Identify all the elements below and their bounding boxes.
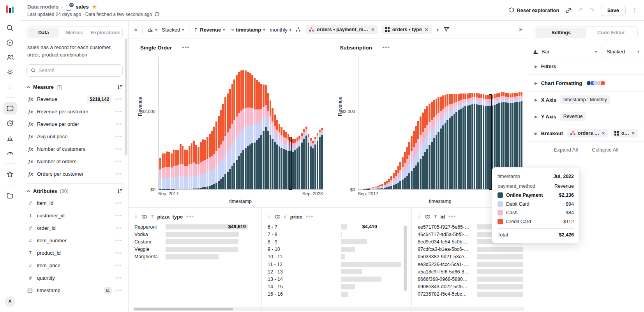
bar[interactable] bbox=[220, 110, 222, 189]
bar[interactable] bbox=[177, 150, 179, 189]
bar[interactable] bbox=[386, 181, 388, 190]
bar[interactable] bbox=[487, 95, 489, 189]
bar[interactable] bbox=[413, 131, 415, 189]
bar[interactable] bbox=[245, 71, 247, 189]
bar[interactable] bbox=[370, 188, 372, 189]
attributes-section-header[interactable]: Attributes (30) bbox=[26, 185, 123, 197]
table-row[interactable]: Veggie bbox=[134, 246, 261, 253]
bar[interactable] bbox=[469, 93, 471, 189]
bar[interactable] bbox=[283, 130, 285, 189]
bar[interactable] bbox=[175, 150, 177, 189]
bar[interactable] bbox=[168, 152, 170, 189]
workbook-icon[interactable] bbox=[4, 102, 17, 115]
measure-row[interactable]: ƒxAvg unit price••• bbox=[26, 130, 123, 143]
table-row[interactable]: Vodka bbox=[134, 231, 261, 238]
bar[interactable] bbox=[198, 147, 199, 189]
row-menu-icon[interactable]: ••• bbox=[115, 250, 122, 256]
row-menu-icon[interactable]: ••• bbox=[115, 134, 122, 139]
table-row[interactable]: 14 - 15 bbox=[268, 283, 411, 291]
bar[interactable] bbox=[240, 71, 242, 189]
sidebar-tab-metrics[interactable]: Metrics bbox=[59, 28, 90, 38]
bar[interactable] bbox=[411, 136, 413, 189]
bar[interactable] bbox=[446, 94, 448, 189]
bar[interactable] bbox=[292, 139, 294, 189]
attribute-row[interactable]: #item_number••• bbox=[26, 234, 123, 247]
row-menu-icon[interactable]: ••• bbox=[115, 275, 122, 281]
reset-exploration-button[interactable]: Reset exploration bbox=[509, 7, 559, 13]
bar[interactable] bbox=[298, 136, 300, 189]
pie-chart-icon[interactable] bbox=[4, 117, 17, 129]
bar[interactable] bbox=[375, 187, 377, 189]
breakout-pill[interactable]: orders …✕ bbox=[567, 129, 608, 137]
table-row[interactable]: 9 - 10 bbox=[268, 246, 411, 253]
sidebar-tab-explorations[interactable]: Explorations bbox=[90, 28, 121, 38]
bar[interactable] bbox=[402, 157, 404, 189]
bar[interactable] bbox=[415, 126, 417, 189]
axis-badge-icon[interactable] bbox=[104, 287, 112, 294]
bar[interactable] bbox=[279, 124, 281, 189]
bar[interactable] bbox=[442, 95, 444, 189]
section-x-axis[interactable]: ▶X Axis timestamp : Monthly bbox=[528, 92, 644, 108]
bar[interactable] bbox=[438, 97, 439, 189]
bar[interactable] bbox=[236, 75, 238, 189]
bar[interactable] bbox=[260, 84, 262, 189]
bar[interactable] bbox=[233, 79, 235, 189]
user-avatar[interactable]: A bbox=[5, 296, 15, 307]
sort-icon[interactable] bbox=[117, 85, 123, 90]
chart-type-select[interactable]: Bar ▾ bbox=[528, 45, 602, 58]
table-row[interactable]: b908e843-d022-5cf5… bbox=[418, 283, 528, 291]
bar[interactable] bbox=[424, 109, 426, 189]
bar[interactable] bbox=[276, 120, 278, 189]
bar[interactable] bbox=[417, 121, 419, 189]
bar[interactable] bbox=[483, 94, 485, 189]
bar[interactable] bbox=[251, 75, 253, 189]
row-menu-icon[interactable]: ••• bbox=[115, 225, 122, 231]
gauge-icon[interactable] bbox=[4, 146, 17, 159]
sort-field-button[interactable]: ↑Revenue▾ bbox=[194, 27, 225, 33]
bar[interactable] bbox=[256, 80, 258, 189]
panel-tab-settings[interactable]: Settings bbox=[536, 28, 586, 38]
search-input[interactable] bbox=[39, 67, 118, 73]
x-axis-pill[interactable]: timestamp : Monthly bbox=[560, 95, 610, 104]
bar[interactable] bbox=[193, 141, 195, 189]
bar[interactable] bbox=[171, 153, 173, 190]
bar[interactable] bbox=[247, 72, 249, 189]
bar[interactable] bbox=[224, 97, 226, 189]
row-menu-icon[interactable]: ••• bbox=[115, 159, 122, 164]
bar[interactable] bbox=[440, 97, 442, 189]
attribute-row[interactable]: Tcustomer_id••• bbox=[26, 210, 123, 222]
bar[interactable] bbox=[305, 127, 307, 189]
bar[interactable] bbox=[189, 146, 191, 189]
settings-gear-icon[interactable] bbox=[4, 66, 17, 78]
bar[interactable] bbox=[263, 85, 265, 189]
bar[interactable] bbox=[478, 93, 480, 189]
row-menu-icon[interactable]: ••• bbox=[115, 171, 122, 177]
table-row[interactable]: 11 - 12 bbox=[268, 261, 411, 268]
bar[interactable] bbox=[308, 134, 310, 189]
remove-pill-icon[interactable]: ✕ bbox=[602, 131, 605, 136]
bar[interactable] bbox=[368, 188, 370, 189]
bar[interactable] bbox=[317, 133, 319, 189]
section-filters[interactable]: ▶Filters bbox=[528, 58, 644, 75]
bar[interactable] bbox=[363, 189, 365, 189]
measure-row[interactable]: ƒxNumber of customers••• bbox=[26, 143, 123, 155]
measure-row[interactable]: ƒxOrders per customer••• bbox=[26, 168, 123, 180]
bar[interactable] bbox=[267, 93, 269, 189]
bar[interactable] bbox=[393, 173, 395, 189]
bar[interactable] bbox=[408, 142, 410, 190]
table-row[interactable]: 15 - 16 bbox=[268, 291, 411, 298]
drag-handle-icon[interactable]: ⠿ bbox=[268, 214, 271, 219]
bar[interactable] bbox=[258, 82, 260, 189]
bar[interactable] bbox=[222, 104, 224, 189]
bar[interactable] bbox=[209, 134, 211, 189]
collapse-chevron-icon[interactable] bbox=[26, 190, 30, 192]
bar[interactable] bbox=[390, 176, 392, 189]
bar[interactable] bbox=[166, 152, 168, 189]
bar[interactable] bbox=[191, 143, 193, 189]
bar[interactable] bbox=[159, 158, 161, 189]
bar[interactable] bbox=[422, 113, 424, 190]
bar[interactable] bbox=[467, 93, 469, 190]
bar[interactable] bbox=[303, 129, 305, 189]
bar[interactable] bbox=[436, 99, 438, 189]
bar[interactable] bbox=[204, 140, 206, 189]
